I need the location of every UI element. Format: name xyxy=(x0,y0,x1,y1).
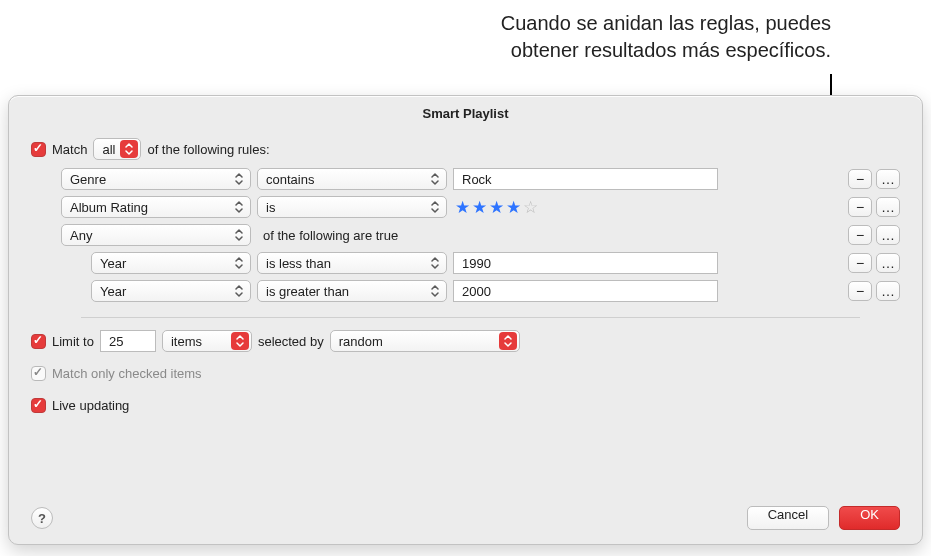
live-updating-label: Live updating xyxy=(52,398,129,413)
remove-rule-button[interactable]: − xyxy=(848,281,872,301)
updown-icon xyxy=(230,254,248,272)
dialog-title: Smart Playlist xyxy=(31,104,900,133)
cancel-button[interactable]: Cancel xyxy=(747,506,829,530)
limit-unit-select[interactable]: items xyxy=(162,330,252,352)
updown-icon xyxy=(231,332,249,350)
ellipsis-icon: … xyxy=(881,227,895,243)
ok-button[interactable]: OK xyxy=(839,506,900,530)
rule-operator-select[interactable]: is xyxy=(257,196,447,218)
minus-icon: − xyxy=(856,255,864,271)
limit-by-value: random xyxy=(339,334,499,349)
updown-icon xyxy=(426,170,444,188)
match-only-checkbox xyxy=(31,366,46,381)
cancel-button-label: Cancel xyxy=(768,507,808,522)
match-row: Match all of the following rules: xyxy=(31,137,900,161)
updown-icon xyxy=(426,282,444,300)
limit-checkbox[interactable] xyxy=(31,334,46,349)
limit-unit-value: items xyxy=(171,334,231,349)
minus-icon: − xyxy=(856,227,864,243)
rule-field-select[interactable]: Genre xyxy=(61,168,251,190)
rule-row: Year is less than 1990 − … xyxy=(91,252,900,274)
rule-rating-value[interactable]: ★ ★ ★ ★ ☆ xyxy=(453,199,718,216)
rule-operator-select[interactable]: contains xyxy=(257,168,447,190)
match-only-row: Match only checked items xyxy=(31,361,900,385)
ok-button-label: OK xyxy=(860,507,879,522)
star-icon: ★ xyxy=(472,199,487,216)
minus-icon: − xyxy=(856,283,864,299)
limit-row: Limit to 25 items selected by random xyxy=(31,329,900,353)
rule-row: Genre contains Rock − … xyxy=(61,168,900,190)
rule-field-select[interactable]: Year xyxy=(91,252,251,274)
match-checkbox[interactable] xyxy=(31,142,46,157)
star-icon: ★ xyxy=(506,199,521,216)
live-updating-row: Live updating xyxy=(31,393,900,417)
updown-icon xyxy=(230,282,248,300)
remove-rule-button[interactable]: − xyxy=(848,225,872,245)
rule-field-value: Year xyxy=(100,256,230,271)
help-icon: ? xyxy=(38,511,46,526)
rule-row: Year is greater than 2000 − … xyxy=(91,280,900,302)
more-rule-button[interactable]: … xyxy=(876,197,900,217)
limit-value-input[interactable]: 25 xyxy=(100,330,156,352)
rule-operator-value: is xyxy=(266,200,426,215)
updown-icon xyxy=(230,226,248,244)
dialog-footer: ? Cancel OK xyxy=(31,494,900,530)
nested-scope-select[interactable]: Any xyxy=(61,224,251,246)
rule-operator-value: is greater than xyxy=(266,284,426,299)
rule-field-select[interactable]: Album Rating xyxy=(61,196,251,218)
updown-icon xyxy=(426,254,444,272)
ellipsis-icon: … xyxy=(881,255,895,271)
nested-scope-value: Any xyxy=(70,228,230,243)
annotation-line-1: Cuando se anidan las reglas, puedes xyxy=(501,12,831,34)
limit-by-label: selected by xyxy=(258,334,324,349)
remove-rule-button[interactable]: − xyxy=(848,197,872,217)
rule-field-value: Album Rating xyxy=(70,200,230,215)
updown-icon xyxy=(120,140,138,158)
rule-field-value: Genre xyxy=(70,172,230,187)
updown-icon xyxy=(230,198,248,216)
more-rule-button[interactable]: … xyxy=(876,225,900,245)
ellipsis-icon: … xyxy=(881,283,895,299)
separator xyxy=(81,317,860,318)
limit-value-text: 25 xyxy=(109,334,123,349)
annotation-line-2: obtener resultados más específicos. xyxy=(511,39,831,61)
rule-value-text: Rock xyxy=(462,172,492,187)
more-rule-button[interactable]: … xyxy=(876,253,900,273)
more-rule-button[interactable]: … xyxy=(876,169,900,189)
match-scope-select[interactable]: all xyxy=(93,138,141,160)
remove-rule-button[interactable]: − xyxy=(848,253,872,273)
rule-value-text: 2000 xyxy=(462,284,491,299)
rule-value-input[interactable]: 1990 xyxy=(453,252,718,274)
rule-value-input[interactable]: 2000 xyxy=(453,280,718,302)
ellipsis-icon: … xyxy=(881,171,895,187)
updown-icon xyxy=(426,198,444,216)
match-suffix-label: of the following rules: xyxy=(147,142,269,157)
star-icon: ★ xyxy=(489,199,504,216)
callout-annotation: Cuando se anidan las reglas, puedes obte… xyxy=(400,10,831,64)
more-rule-button[interactable]: … xyxy=(876,281,900,301)
limit-by-select[interactable]: random xyxy=(330,330,520,352)
minus-icon: − xyxy=(856,199,864,215)
rule-operator-select[interactable]: is less than xyxy=(257,252,447,274)
rule-value-input[interactable]: Rock xyxy=(453,168,718,190)
ellipsis-icon: … xyxy=(881,199,895,215)
remove-rule-button[interactable]: − xyxy=(848,169,872,189)
limit-label: Limit to xyxy=(52,334,94,349)
updown-icon xyxy=(230,170,248,188)
help-button[interactable]: ? xyxy=(31,507,53,529)
rule-row: Album Rating is ★ ★ ★ ★ ☆ − … xyxy=(61,196,900,218)
star-icon: ★ xyxy=(455,199,470,216)
rule-row-nested-header: Any of the following are true − … xyxy=(61,224,900,246)
updown-icon xyxy=(499,332,517,350)
nested-scope-suffix: of the following are true xyxy=(263,228,398,243)
match-prefix-label: Match xyxy=(52,142,87,157)
rule-operator-value: contains xyxy=(266,172,426,187)
rule-field-select[interactable]: Year xyxy=(91,280,251,302)
rule-operator-value: is less than xyxy=(266,256,426,271)
minus-icon: − xyxy=(856,171,864,187)
match-scope-value: all xyxy=(102,142,120,157)
live-updating-checkbox[interactable] xyxy=(31,398,46,413)
match-only-label: Match only checked items xyxy=(52,366,202,381)
rule-operator-select[interactable]: is greater than xyxy=(257,280,447,302)
rule-value-text: 1990 xyxy=(462,256,491,271)
